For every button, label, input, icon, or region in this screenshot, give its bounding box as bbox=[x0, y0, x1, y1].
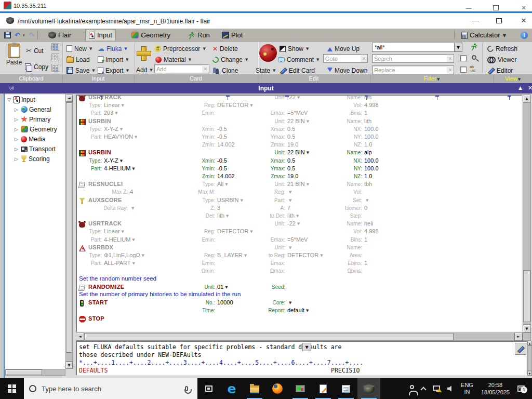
field-value-isomer[interactable]: 0 bbox=[364, 205, 367, 211]
field-value-nx[interactable]: 100.0 bbox=[364, 126, 379, 132]
import-button[interactable]: Import▼ bbox=[98, 55, 128, 64]
card-title[interactable]: USRTRACK bbox=[88, 220, 122, 227]
field-value-name[interactable]: tbh bbox=[364, 181, 372, 187]
taskbar-app-firefox[interactable] bbox=[266, 378, 289, 399]
card-comment[interactable]: Set the number of primary histories to b… bbox=[77, 291, 522, 299]
card-title[interactable]: STOP bbox=[88, 315, 104, 322]
editor-scroll-up-arrow[interactable]: ▲ bbox=[527, 341, 532, 345]
microphone-icon[interactable] bbox=[185, 386, 188, 391]
field-value-bins[interactable]: 1 bbox=[364, 110, 367, 116]
field-value-vol[interactable]: 4.998 bbox=[364, 228, 379, 234]
delete-button[interactable]: ✕Delete bbox=[212, 44, 238, 53]
tray-chevron-up-icon[interactable] bbox=[418, 378, 429, 399]
cards-scroll-left-arrow[interactable]: ◄ bbox=[76, 332, 84, 341]
language-indicator[interactable]: ENGIN bbox=[457, 378, 477, 399]
tab-geometry[interactable]: Geometry bbox=[128, 30, 174, 41]
tree-expand-arrow[interactable]: ▷ bbox=[14, 147, 19, 152]
card-comment[interactable]: Set the random number seed bbox=[77, 275, 522, 283]
tree-expand-arrow[interactable]: ▽ bbox=[6, 97, 12, 102]
card-title[interactable]: USRBIN bbox=[88, 149, 111, 155]
state-button[interactable]: State▼ bbox=[256, 66, 275, 75]
save-dropdown-button[interactable]: Save▼ bbox=[66, 66, 95, 75]
fluka-button[interactable]: ☁Fluka▼ bbox=[98, 44, 127, 53]
group-label-filter[interactable]: Filter▼ bbox=[370, 75, 494, 82]
calculator-button[interactable]: Calculator▼ bbox=[458, 30, 509, 41]
taskbar-search-box[interactable]: Type here to search bbox=[24, 378, 197, 399]
add-card-plus-icon[interactable] bbox=[137, 46, 150, 60]
clear-icon[interactable]: ✕ bbox=[202, 65, 209, 73]
taskbar-app-remote-viewer[interactable] bbox=[289, 378, 312, 399]
maximize-button[interactable] bbox=[494, 16, 504, 25]
tree-expand-arrow[interactable]: ▷ bbox=[14, 127, 19, 132]
tree-scrollbar-thumb[interactable] bbox=[66, 102, 72, 353]
speaker-icon[interactable] bbox=[444, 378, 457, 399]
filter-scope-combobox[interactable]: *all*▼ bbox=[372, 43, 462, 52]
field-value-nz[interactable]: 1.0 bbox=[364, 173, 372, 179]
taskbar-app-edge[interactable]: e bbox=[220, 378, 243, 399]
taskbar-app-task-view[interactable] bbox=[197, 378, 220, 399]
cards-scroll-down-arrow[interactable]: ▼ bbox=[523, 325, 531, 332]
search-icon[interactable] bbox=[472, 55, 476, 60]
taskbar-app-flair-cauldron[interactable] bbox=[357, 378, 380, 399]
tree-item-general[interactable]: ▷General bbox=[14, 104, 51, 114]
paned-sash[interactable] bbox=[0, 94, 5, 378]
info-button[interactable]: i bbox=[517, 30, 531, 41]
card-title[interactable]: USRBIN bbox=[88, 118, 111, 124]
editor-scrollbar[interactable] bbox=[527, 345, 532, 371]
edit-card-button[interactable]: Edit Card bbox=[280, 66, 315, 75]
tree-expand-arrow[interactable]: ▷ bbox=[14, 137, 19, 142]
clear-icon[interactable]: ✕ bbox=[361, 55, 367, 62]
field-value-set[interactable]: ▼ bbox=[364, 197, 368, 203]
new-button[interactable]: New▼ bbox=[66, 44, 92, 53]
taskbar-clock[interactable]: 20:5818/05/2025 bbox=[477, 378, 514, 399]
tab-flair[interactable]: Flair bbox=[45, 30, 75, 41]
start-button[interactable] bbox=[0, 378, 24, 399]
notification-center-icon[interactable]: 1 bbox=[514, 378, 532, 399]
copy-button[interactable]: Copy bbox=[25, 62, 48, 71]
tree-expand-arrow[interactable]: ▷ bbox=[14, 107, 19, 112]
cards-scroll-up-arrow[interactable]: ▲ bbox=[523, 95, 531, 102]
panel-collapse-icon[interactable]: ▲ bbox=[518, 85, 522, 90]
add-card-input[interactable]: Add✕ bbox=[154, 64, 209, 73]
people-icon[interactable] bbox=[406, 378, 418, 399]
taskbar-app-notepad[interactable] bbox=[335, 378, 357, 399]
field-value-name[interactable]: lith bbox=[364, 95, 371, 100]
chevron-down-icon[interactable]: ▼ bbox=[289, 301, 291, 305]
layout-split-button[interactable] bbox=[51, 64, 59, 72]
tree-item-geometry[interactable]: ▷Geometry bbox=[14, 124, 57, 134]
field-value-reg[interactable]: DETECTOR▼ bbox=[217, 228, 253, 234]
field-value-nz[interactable]: 1.0 bbox=[364, 141, 372, 148]
goto-input[interactable]: Goto✕ bbox=[323, 54, 368, 63]
chevron-down-icon[interactable]: ▼ bbox=[454, 43, 462, 51]
redo-button[interactable]: ↷ bbox=[26, 30, 38, 41]
add-dropdown-button[interactable]: Add▼ bbox=[136, 65, 153, 74]
tree-expand-arrow[interactable]: ▷ bbox=[14, 117, 19, 122]
export-button[interactable]: Export▼ bbox=[98, 66, 129, 75]
network-warning-icon[interactable] bbox=[429, 378, 444, 399]
clear-icon[interactable]: ✕ bbox=[447, 55, 454, 62]
search-case-checkbox[interactable] bbox=[460, 55, 467, 61]
editor-edit-button[interactable] bbox=[515, 343, 526, 355]
field-value-ebins[interactable]: 1 bbox=[364, 260, 367, 266]
field-value-report[interactable]: default▼ bbox=[287, 307, 309, 313]
editor-scroll-down-arrow[interactable]: ▼ bbox=[527, 371, 532, 376]
chevron-down-icon[interactable]: ▼ bbox=[250, 230, 252, 234]
replace-input[interactable]: Replace✕ bbox=[372, 65, 454, 74]
move-down-button[interactable]: Move Down bbox=[327, 66, 367, 75]
editor-button[interactable]: Editor bbox=[487, 66, 513, 75]
tab-plot[interactable]: Plot bbox=[218, 30, 246, 41]
viewer-button[interactable]: Viewer bbox=[487, 55, 516, 64]
cards-scroll-right-arrow[interactable]: ► bbox=[514, 332, 523, 341]
close-button[interactable]: ✕ bbox=[518, 16, 529, 25]
tree-item-transport[interactable]: ▷Transport bbox=[14, 144, 56, 154]
field-value-name[interactable]: alp bbox=[364, 149, 372, 155]
tree-item-media[interactable]: ▷Media bbox=[14, 134, 46, 144]
search-input[interactable]: Search✕ bbox=[372, 54, 454, 63]
minimize-button[interactable]: — bbox=[470, 16, 481, 25]
tree-sash-arrow[interactable]: ◄ bbox=[65, 95, 73, 102]
replace-checkbox[interactable] bbox=[460, 66, 467, 73]
chevron-down-icon[interactable]: ▼ bbox=[366, 198, 368, 203]
tree-scroll-down-arrow[interactable]: ▼ bbox=[65, 362, 73, 369]
card-title[interactable]: START bbox=[88, 299, 108, 305]
field-value-core[interactable]: ▼ bbox=[287, 299, 291, 305]
